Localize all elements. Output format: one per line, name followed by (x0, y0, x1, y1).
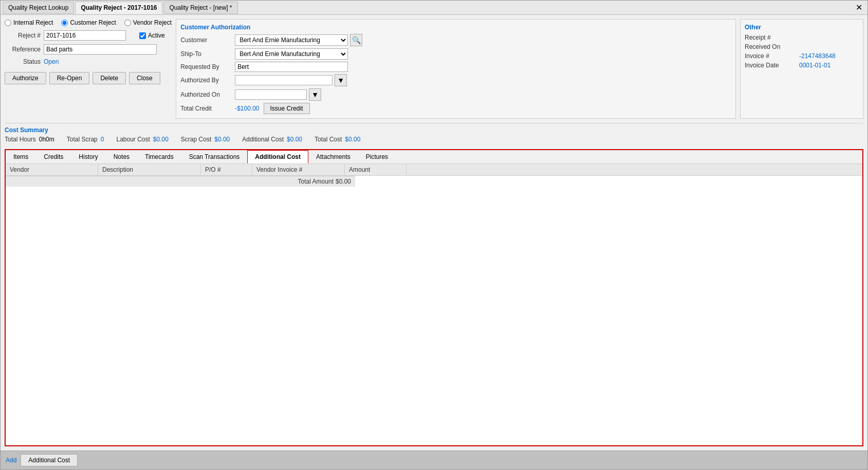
total-amount-value: $0.00 (336, 178, 351, 185)
invoice-label: Invoice # (745, 52, 796, 60)
invoice-value: -2147483648 (799, 52, 859, 60)
col-vendor-invoice: Vendor Invoice # (252, 164, 345, 175)
ship-to-input-row: Bert And Ernie Manufacturing (235, 48, 731, 60)
main-window: Quality Reject Lookup Quality Reject - 2… (0, 0, 868, 470)
reference-input[interactable] (44, 44, 157, 55)
labour-cost-item: Labour Cost $0.00 (116, 136, 168, 143)
tab-pictures[interactable]: Pictures (358, 150, 396, 164)
customer-search-button[interactable]: 🔍 (350, 34, 362, 46)
authorized-on-input[interactable] (235, 89, 307, 100)
tab-credits[interactable]: Credits (36, 150, 71, 164)
tab-notes[interactable]: Notes (106, 150, 137, 164)
table-header: Vendor Description P/O # Vendor Invoice … (6, 164, 862, 176)
tabs-bar: Items Credits History Notes Timecards Sc… (6, 150, 862, 164)
total-cost-label: Total Cost (315, 136, 342, 143)
ship-to-select[interactable]: Bert And Ernie Manufacturing (235, 48, 348, 60)
tab-items[interactable]: Items (6, 150, 36, 164)
reference-label: Reference (5, 46, 41, 53)
requested-by-label: Requested By (180, 63, 232, 70)
invoice-date-value: 0001-01-01 (799, 62, 859, 69)
total-hours-label: Total Hours (5, 136, 36, 143)
col-amount: Amount (345, 164, 407, 175)
customer-auth-grid: Customer Bert And Ernie Manufacturing 🔍 … (180, 34, 731, 114)
vendor-reject-radio[interactable]: Vendor Reject (124, 19, 172, 26)
customer-select[interactable]: Bert And Ernie Manufacturing (235, 34, 348, 46)
internal-reject-radio[interactable]: Internal Reject (5, 19, 53, 26)
authorize-button[interactable]: Authorize (5, 72, 46, 84)
additional-cost-button[interactable]: Additional Cost (21, 454, 78, 466)
tab-content-additional-cost: Vendor Description P/O # Vendor Invoice … (6, 164, 862, 445)
active-label: Active (148, 32, 165, 39)
tab-quality-reject-2017[interactable]: Quality Reject - 2017-1016 (75, 2, 162, 14)
authorized-by-dropdown[interactable]: ▼ (335, 74, 347, 86)
authorized-by-input-row: ▼ (235, 74, 731, 86)
reopen-button[interactable]: Re-Open (49, 72, 90, 84)
delete-button[interactable]: Delete (93, 72, 126, 84)
total-cost-item: Total Cost $0.00 (315, 136, 360, 143)
customer-label: Customer (180, 37, 232, 44)
reject-num-label: Reject # (5, 32, 41, 39)
tab-timecards[interactable]: Timecards (137, 150, 181, 164)
customer-reject-radio[interactable]: Customer Reject (61, 19, 116, 26)
ship-to-label: Ship-To (180, 50, 232, 58)
authorized-by-input[interactable] (235, 75, 333, 85)
content-area: Internal Reject Customer Reject Vendor R… (1, 15, 867, 450)
issue-credit-button[interactable]: Issue Credit (264, 103, 310, 114)
customer-input-row: Bert And Ernie Manufacturing 🔍 (235, 34, 731, 46)
total-amount-label: Total Amount (298, 178, 334, 185)
total-scrap-label: Total Scrap (67, 136, 98, 143)
col-po: P/O # (201, 164, 252, 175)
invoice-date-label: Invoice Date (745, 62, 796, 69)
tab-scan-transactions[interactable]: Scan Transactions (181, 150, 248, 164)
active-checkbox[interactable] (139, 32, 146, 39)
title-bar: Quality Reject Lookup Quality Reject - 2… (1, 1, 867, 15)
authorized-on-label: Authorized On (180, 91, 232, 98)
reject-num-input[interactable] (44, 30, 126, 41)
reject-num-row: Reject # Active (5, 30, 172, 41)
other-grid: Receipt # Received On Invoice # -2147483… (745, 34, 859, 69)
authorized-on-input-row: ▼ (235, 88, 731, 101)
tab-attachments[interactable]: Attachments (308, 150, 358, 164)
total-hours-value: 0h0m (39, 136, 54, 143)
authorized-on-dropdown[interactable]: ▼ (309, 88, 321, 101)
scrap-cost-value: $0.00 (214, 136, 230, 143)
total-hours-item: Total Hours 0h0m (5, 136, 54, 143)
table-body (6, 187, 862, 445)
action-buttons: Authorize Re-Open Delete Close (5, 72, 172, 84)
scrap-cost-label: Scrap Cost (181, 136, 211, 143)
other-title: Other (745, 24, 859, 31)
labour-cost-label: Labour Cost (116, 136, 150, 143)
scrap-cost-item: Scrap Cost $0.00 (181, 136, 230, 143)
tab-quality-reject-new[interactable]: Quality Reject - [new] * (163, 2, 237, 14)
additional-cost-summary-item: Additional Cost $0.00 (242, 136, 302, 143)
other-panel: Other Receipt # Received On Invoice # -2… (740, 19, 863, 119)
internal-reject-label: Internal Reject (13, 19, 53, 26)
total-credit-row: -$100.00 Issue Credit (235, 103, 731, 114)
tabs-section: Items Credits History Notes Timecards Sc… (5, 149, 863, 446)
status-row: Status Open (5, 58, 172, 65)
customer-auth-title: Customer Authorization (180, 24, 731, 31)
labour-cost-value: $0.00 (153, 136, 169, 143)
close-button[interactable]: Close (129, 72, 160, 84)
receipt-label: Receipt # (745, 34, 796, 41)
status-label: Status (5, 58, 41, 65)
total-credit-value: -$100.00 (235, 105, 259, 112)
status-value: Open (44, 58, 59, 65)
customer-auth-panel: Customer Authorization Customer Bert And… (176, 19, 736, 119)
col-vendor: Vendor (6, 164, 98, 175)
authorized-by-label: Authorized By (180, 77, 232, 84)
tab-history[interactable]: History (71, 150, 105, 164)
tab-quality-reject-lookup[interactable]: Quality Reject Lookup (3, 2, 74, 14)
additional-cost-summary-value: $0.00 (287, 136, 302, 143)
cost-summary-row: Total Hours 0h0m Total Scrap 0 Labour Co… (5, 136, 863, 143)
received-on-label: Received On (745, 43, 796, 50)
total-scrap-item: Total Scrap 0 (67, 136, 104, 143)
requested-by-input[interactable] (235, 62, 348, 72)
top-section: Internal Reject Customer Reject Vendor R… (5, 19, 863, 119)
total-scrap-value: 0 (101, 136, 104, 143)
tab-additional-cost[interactable]: Additional Cost (247, 150, 308, 164)
col-description: Description (98, 164, 201, 175)
add-link[interactable]: Add (6, 457, 16, 464)
vendor-reject-label: Vendor Reject (133, 19, 172, 26)
close-window-button[interactable]: ✕ (853, 4, 865, 12)
